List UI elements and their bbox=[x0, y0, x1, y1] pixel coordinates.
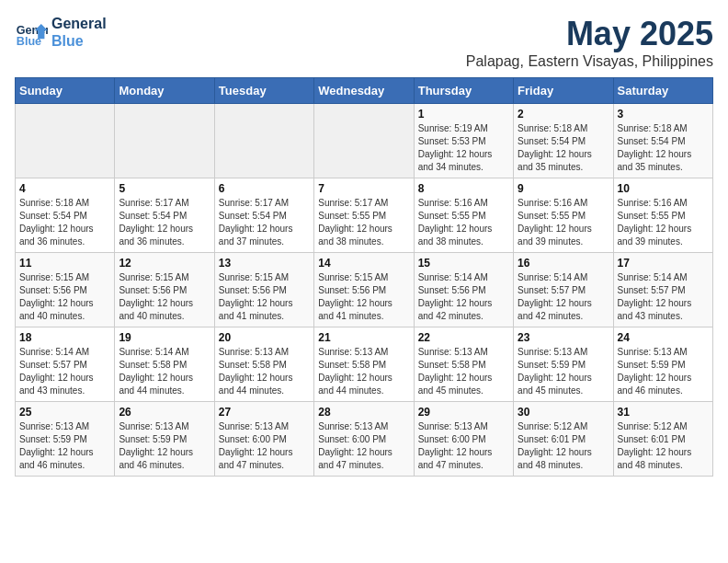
day-number: 8 bbox=[418, 182, 509, 195]
day-info: Sunrise: 5:14 AMSunset: 5:57 PMDaylight:… bbox=[518, 271, 609, 323]
day-cell: 12Sunrise: 5:15 AMSunset: 5:56 PMDayligh… bbox=[115, 253, 214, 327]
day-number: 15 bbox=[418, 257, 509, 270]
week-row-3: 11Sunrise: 5:15 AMSunset: 5:56 PMDayligh… bbox=[16, 253, 713, 327]
day-cell: 29Sunrise: 5:13 AMSunset: 6:00 PMDayligh… bbox=[414, 402, 513, 477]
day-info: Sunrise: 5:16 AMSunset: 5:55 PMDaylight:… bbox=[618, 197, 709, 248]
day-number: 22 bbox=[418, 331, 509, 344]
day-number: 30 bbox=[518, 406, 609, 419]
day-number: 7 bbox=[318, 182, 409, 195]
day-info: Sunrise: 5:13 AMSunset: 5:58 PMDaylight:… bbox=[418, 346, 509, 397]
header: General Blue General Blue May 2025 Palap… bbox=[15, 15, 713, 70]
day-info: Sunrise: 5:15 AMSunset: 5:56 PMDaylight:… bbox=[219, 271, 310, 323]
day-number: 2 bbox=[518, 108, 609, 121]
day-number: 3 bbox=[618, 108, 709, 121]
day-number: 27 bbox=[219, 406, 310, 419]
day-info: Sunrise: 5:14 AMSunset: 5:57 PMDaylight:… bbox=[618, 271, 709, 323]
day-info: Sunrise: 5:18 AMSunset: 5:54 PMDaylight:… bbox=[518, 122, 609, 174]
page-title: May 2025 bbox=[466, 15, 713, 53]
day-number: 5 bbox=[119, 182, 210, 195]
day-number: 31 bbox=[618, 406, 709, 419]
day-info: Sunrise: 5:19 AMSunset: 5:53 PMDaylight:… bbox=[418, 122, 509, 174]
day-cell: 5Sunrise: 5:17 AMSunset: 5:54 PMDaylight… bbox=[115, 178, 214, 253]
day-cell: 28Sunrise: 5:13 AMSunset: 6:00 PMDayligh… bbox=[314, 402, 414, 477]
week-row-1: 1Sunrise: 5:19 AMSunset: 5:53 PMDaylight… bbox=[16, 104, 713, 178]
day-cell bbox=[314, 104, 414, 178]
day-cell: 11Sunrise: 5:15 AMSunset: 5:56 PMDayligh… bbox=[16, 253, 115, 327]
day-info: Sunrise: 5:14 AMSunset: 5:57 PMDaylight:… bbox=[19, 346, 110, 397]
day-info: Sunrise: 5:14 AMSunset: 5:58 PMDaylight:… bbox=[119, 346, 210, 397]
day-info: Sunrise: 5:16 AMSunset: 5:55 PMDaylight:… bbox=[418, 197, 509, 248]
day-cell bbox=[214, 104, 313, 178]
day-cell: 31Sunrise: 5:12 AMSunset: 6:01 PMDayligh… bbox=[613, 402, 712, 477]
day-cell: 2Sunrise: 5:18 AMSunset: 5:54 PMDaylight… bbox=[514, 104, 613, 178]
logo-line1: General bbox=[51, 15, 107, 32]
day-number: 16 bbox=[518, 257, 609, 270]
day-cell: 16Sunrise: 5:14 AMSunset: 5:57 PMDayligh… bbox=[514, 253, 613, 327]
day-cell: 17Sunrise: 5:14 AMSunset: 5:57 PMDayligh… bbox=[613, 253, 712, 327]
day-cell: 20Sunrise: 5:13 AMSunset: 5:58 PMDayligh… bbox=[214, 327, 313, 402]
day-number: 1 bbox=[418, 108, 509, 121]
day-number: 14 bbox=[318, 257, 409, 270]
day-number: 11 bbox=[19, 257, 110, 270]
day-cell: 18Sunrise: 5:14 AMSunset: 5:57 PMDayligh… bbox=[16, 327, 115, 402]
weekday-header-wednesday: Wednesday bbox=[314, 78, 414, 104]
day-cell: 19Sunrise: 5:14 AMSunset: 5:58 PMDayligh… bbox=[115, 327, 214, 402]
day-number: 6 bbox=[219, 182, 310, 195]
day-info: Sunrise: 5:13 AMSunset: 6:00 PMDaylight:… bbox=[418, 420, 509, 472]
day-info: Sunrise: 5:17 AMSunset: 5:55 PMDaylight:… bbox=[318, 197, 409, 248]
day-number: 23 bbox=[518, 331, 609, 344]
day-number: 24 bbox=[618, 331, 709, 344]
day-info: Sunrise: 5:16 AMSunset: 5:55 PMDaylight:… bbox=[518, 197, 609, 248]
day-cell: 4Sunrise: 5:18 AMSunset: 5:54 PMDaylight… bbox=[16, 178, 115, 253]
day-info: Sunrise: 5:13 AMSunset: 6:00 PMDaylight:… bbox=[219, 420, 310, 472]
day-info: Sunrise: 5:13 AMSunset: 5:59 PMDaylight:… bbox=[518, 346, 609, 397]
day-number: 4 bbox=[19, 182, 110, 195]
day-cell bbox=[16, 104, 115, 178]
day-number: 26 bbox=[119, 406, 210, 419]
day-info: Sunrise: 5:18 AMSunset: 5:54 PMDaylight:… bbox=[19, 197, 110, 248]
weekday-header-friday: Friday bbox=[514, 78, 613, 104]
day-info: Sunrise: 5:13 AMSunset: 5:58 PMDaylight:… bbox=[219, 346, 310, 397]
day-cell: 21Sunrise: 5:13 AMSunset: 5:58 PMDayligh… bbox=[314, 327, 414, 402]
day-number: 20 bbox=[219, 331, 310, 344]
day-cell: 25Sunrise: 5:13 AMSunset: 5:59 PMDayligh… bbox=[16, 402, 115, 477]
day-cell: 26Sunrise: 5:13 AMSunset: 5:59 PMDayligh… bbox=[115, 402, 214, 477]
day-cell: 15Sunrise: 5:14 AMSunset: 5:56 PMDayligh… bbox=[414, 253, 513, 327]
day-info: Sunrise: 5:13 AMSunset: 5:58 PMDaylight:… bbox=[318, 346, 409, 397]
weekday-header-monday: Monday bbox=[115, 78, 214, 104]
day-number: 17 bbox=[618, 257, 709, 270]
day-cell: 7Sunrise: 5:17 AMSunset: 5:55 PMDaylight… bbox=[314, 178, 414, 253]
svg-text:Blue: Blue bbox=[17, 36, 41, 49]
day-cell: 10Sunrise: 5:16 AMSunset: 5:55 PMDayligh… bbox=[613, 178, 712, 253]
day-info: Sunrise: 5:13 AMSunset: 6:00 PMDaylight:… bbox=[318, 420, 409, 472]
page-subtitle: Palapag, Eastern Visayas, Philippines bbox=[466, 53, 713, 70]
day-cell: 8Sunrise: 5:16 AMSunset: 5:55 PMDaylight… bbox=[414, 178, 513, 253]
logo: General Blue General Blue bbox=[15, 15, 107, 50]
day-info: Sunrise: 5:13 AMSunset: 5:59 PMDaylight:… bbox=[119, 420, 210, 472]
day-info: Sunrise: 5:12 AMSunset: 6:01 PMDaylight:… bbox=[618, 420, 709, 472]
day-info: Sunrise: 5:17 AMSunset: 5:54 PMDaylight:… bbox=[219, 197, 310, 248]
day-cell: 13Sunrise: 5:15 AMSunset: 5:56 PMDayligh… bbox=[214, 253, 313, 327]
day-cell: 30Sunrise: 5:12 AMSunset: 6:01 PMDayligh… bbox=[514, 402, 613, 477]
day-info: Sunrise: 5:15 AMSunset: 5:56 PMDaylight:… bbox=[119, 271, 210, 323]
day-info: Sunrise: 5:17 AMSunset: 5:54 PMDaylight:… bbox=[119, 197, 210, 248]
day-cell bbox=[115, 104, 214, 178]
day-number: 9 bbox=[518, 182, 609, 195]
weekday-header-saturday: Saturday bbox=[613, 78, 712, 104]
day-number: 21 bbox=[318, 331, 409, 344]
day-cell: 14Sunrise: 5:15 AMSunset: 5:56 PMDayligh… bbox=[314, 253, 414, 327]
title-area: May 2025 Palapag, Eastern Visayas, Phili… bbox=[466, 15, 713, 70]
day-info: Sunrise: 5:18 AMSunset: 5:54 PMDaylight:… bbox=[618, 122, 709, 174]
day-number: 25 bbox=[19, 406, 110, 419]
weekday-header-tuesday: Tuesday bbox=[214, 78, 313, 104]
day-cell: 27Sunrise: 5:13 AMSunset: 6:00 PMDayligh… bbox=[214, 402, 313, 477]
day-info: Sunrise: 5:15 AMSunset: 5:56 PMDaylight:… bbox=[318, 271, 409, 323]
day-number: 10 bbox=[618, 182, 709, 195]
weekday-header-row: SundayMondayTuesdayWednesdayThursdayFrid… bbox=[16, 78, 713, 104]
week-row-5: 25Sunrise: 5:13 AMSunset: 5:59 PMDayligh… bbox=[16, 402, 713, 477]
weekday-header-sunday: Sunday bbox=[16, 78, 115, 104]
day-number: 19 bbox=[119, 331, 210, 344]
weekday-header-thursday: Thursday bbox=[414, 78, 513, 104]
calendar: SundayMondayTuesdayWednesdayThursdayFrid… bbox=[15, 77, 713, 477]
day-info: Sunrise: 5:15 AMSunset: 5:56 PMDaylight:… bbox=[19, 271, 110, 323]
